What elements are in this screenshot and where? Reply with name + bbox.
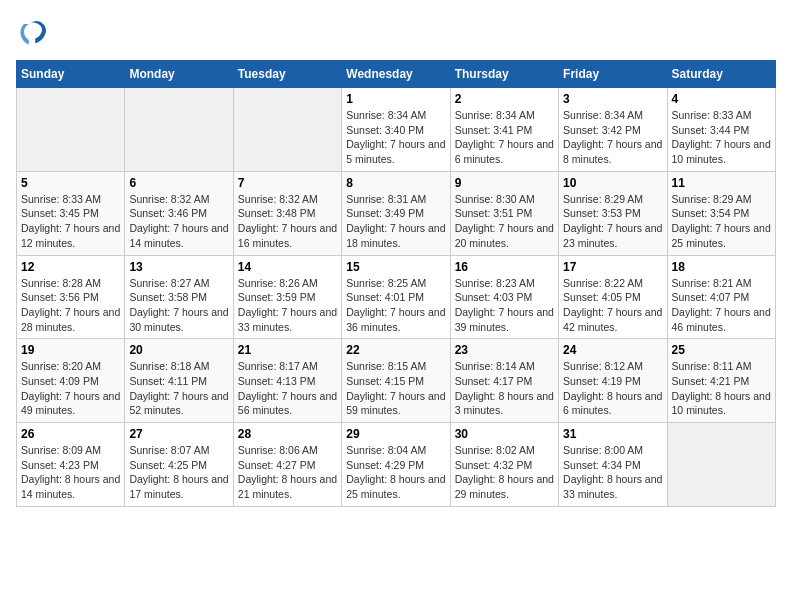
day-info: Sunrise: 8:23 AMSunset: 4:03 PMDaylight:… [455, 276, 554, 335]
day-number: 27 [129, 427, 228, 441]
calendar-cell: 8Sunrise: 8:31 AMSunset: 3:49 PMDaylight… [342, 171, 450, 255]
day-info: Sunrise: 8:21 AMSunset: 4:07 PMDaylight:… [672, 276, 771, 335]
calendar-cell: 2Sunrise: 8:34 AMSunset: 3:41 PMDaylight… [450, 88, 558, 172]
calendar-cell: 20Sunrise: 8:18 AMSunset: 4:11 PMDayligh… [125, 339, 233, 423]
day-number: 24 [563, 343, 662, 357]
calendar-week-1: 1Sunrise: 8:34 AMSunset: 3:40 PMDaylight… [17, 88, 776, 172]
day-number: 12 [21, 260, 120, 274]
calendar-body: 1Sunrise: 8:34 AMSunset: 3:40 PMDaylight… [17, 88, 776, 507]
day-info: Sunrise: 8:29 AMSunset: 3:54 PMDaylight:… [672, 192, 771, 251]
header-day-monday: Monday [125, 61, 233, 88]
calendar-cell: 7Sunrise: 8:32 AMSunset: 3:48 PMDaylight… [233, 171, 341, 255]
day-number: 7 [238, 176, 337, 190]
logo-icon [16, 16, 48, 48]
calendar-cell: 30Sunrise: 8:02 AMSunset: 4:32 PMDayligh… [450, 423, 558, 507]
calendar-cell: 11Sunrise: 8:29 AMSunset: 3:54 PMDayligh… [667, 171, 775, 255]
day-number: 19 [21, 343, 120, 357]
calendar-cell: 21Sunrise: 8:17 AMSunset: 4:13 PMDayligh… [233, 339, 341, 423]
day-info: Sunrise: 8:29 AMSunset: 3:53 PMDaylight:… [563, 192, 662, 251]
day-info: Sunrise: 8:09 AMSunset: 4:23 PMDaylight:… [21, 443, 120, 502]
day-info: Sunrise: 8:32 AMSunset: 3:48 PMDaylight:… [238, 192, 337, 251]
calendar-week-3: 12Sunrise: 8:28 AMSunset: 3:56 PMDayligh… [17, 255, 776, 339]
calendar-week-5: 26Sunrise: 8:09 AMSunset: 4:23 PMDayligh… [17, 423, 776, 507]
day-info: Sunrise: 8:25 AMSunset: 4:01 PMDaylight:… [346, 276, 445, 335]
day-info: Sunrise: 8:18 AMSunset: 4:11 PMDaylight:… [129, 359, 228, 418]
day-number: 30 [455, 427, 554, 441]
day-info: Sunrise: 8:33 AMSunset: 3:45 PMDaylight:… [21, 192, 120, 251]
calendar-cell: 28Sunrise: 8:06 AMSunset: 4:27 PMDayligh… [233, 423, 341, 507]
calendar-cell: 19Sunrise: 8:20 AMSunset: 4:09 PMDayligh… [17, 339, 125, 423]
day-number: 18 [672, 260, 771, 274]
calendar-cell: 5Sunrise: 8:33 AMSunset: 3:45 PMDaylight… [17, 171, 125, 255]
day-info: Sunrise: 8:34 AMSunset: 3:40 PMDaylight:… [346, 108, 445, 167]
calendar-cell: 24Sunrise: 8:12 AMSunset: 4:19 PMDayligh… [559, 339, 667, 423]
calendar-cell [667, 423, 775, 507]
calendar-cell: 4Sunrise: 8:33 AMSunset: 3:44 PMDaylight… [667, 88, 775, 172]
day-number: 14 [238, 260, 337, 274]
calendar-cell: 18Sunrise: 8:21 AMSunset: 4:07 PMDayligh… [667, 255, 775, 339]
day-number: 16 [455, 260, 554, 274]
day-number: 3 [563, 92, 662, 106]
day-number: 1 [346, 92, 445, 106]
calendar-cell [125, 88, 233, 172]
day-info: Sunrise: 8:30 AMSunset: 3:51 PMDaylight:… [455, 192, 554, 251]
calendar-cell: 14Sunrise: 8:26 AMSunset: 3:59 PMDayligh… [233, 255, 341, 339]
calendar-cell: 22Sunrise: 8:15 AMSunset: 4:15 PMDayligh… [342, 339, 450, 423]
calendar-cell [233, 88, 341, 172]
day-info: Sunrise: 8:31 AMSunset: 3:49 PMDaylight:… [346, 192, 445, 251]
day-number: 13 [129, 260, 228, 274]
day-info: Sunrise: 8:34 AMSunset: 3:41 PMDaylight:… [455, 108, 554, 167]
day-info: Sunrise: 8:33 AMSunset: 3:44 PMDaylight:… [672, 108, 771, 167]
day-info: Sunrise: 8:34 AMSunset: 3:42 PMDaylight:… [563, 108, 662, 167]
day-number: 28 [238, 427, 337, 441]
day-number: 11 [672, 176, 771, 190]
header-day-thursday: Thursday [450, 61, 558, 88]
calendar-cell: 15Sunrise: 8:25 AMSunset: 4:01 PMDayligh… [342, 255, 450, 339]
day-info: Sunrise: 8:07 AMSunset: 4:25 PMDaylight:… [129, 443, 228, 502]
day-number: 6 [129, 176, 228, 190]
calendar-week-2: 5Sunrise: 8:33 AMSunset: 3:45 PMDaylight… [17, 171, 776, 255]
day-number: 22 [346, 343, 445, 357]
day-info: Sunrise: 8:11 AMSunset: 4:21 PMDaylight:… [672, 359, 771, 418]
day-info: Sunrise: 8:04 AMSunset: 4:29 PMDaylight:… [346, 443, 445, 502]
day-info: Sunrise: 8:15 AMSunset: 4:15 PMDaylight:… [346, 359, 445, 418]
day-number: 29 [346, 427, 445, 441]
day-number: 4 [672, 92, 771, 106]
calendar-cell: 29Sunrise: 8:04 AMSunset: 4:29 PMDayligh… [342, 423, 450, 507]
calendar-cell: 17Sunrise: 8:22 AMSunset: 4:05 PMDayligh… [559, 255, 667, 339]
day-number: 25 [672, 343, 771, 357]
calendar-cell: 10Sunrise: 8:29 AMSunset: 3:53 PMDayligh… [559, 171, 667, 255]
calendar-cell: 23Sunrise: 8:14 AMSunset: 4:17 PMDayligh… [450, 339, 558, 423]
day-info: Sunrise: 8:32 AMSunset: 3:46 PMDaylight:… [129, 192, 228, 251]
header-day-wednesday: Wednesday [342, 61, 450, 88]
day-number: 26 [21, 427, 120, 441]
day-info: Sunrise: 8:14 AMSunset: 4:17 PMDaylight:… [455, 359, 554, 418]
calendar-cell: 27Sunrise: 8:07 AMSunset: 4:25 PMDayligh… [125, 423, 233, 507]
day-number: 21 [238, 343, 337, 357]
header-day-sunday: Sunday [17, 61, 125, 88]
calendar-cell: 9Sunrise: 8:30 AMSunset: 3:51 PMDaylight… [450, 171, 558, 255]
day-number: 2 [455, 92, 554, 106]
calendar-cell: 3Sunrise: 8:34 AMSunset: 3:42 PMDaylight… [559, 88, 667, 172]
day-info: Sunrise: 8:28 AMSunset: 3:56 PMDaylight:… [21, 276, 120, 335]
day-number: 9 [455, 176, 554, 190]
logo [16, 16, 54, 48]
day-number: 5 [21, 176, 120, 190]
calendar-table: SundayMondayTuesdayWednesdayThursdayFrid… [16, 60, 776, 507]
day-info: Sunrise: 8:27 AMSunset: 3:58 PMDaylight:… [129, 276, 228, 335]
day-info: Sunrise: 8:22 AMSunset: 4:05 PMDaylight:… [563, 276, 662, 335]
day-info: Sunrise: 8:12 AMSunset: 4:19 PMDaylight:… [563, 359, 662, 418]
page-header [16, 16, 776, 48]
calendar-cell: 6Sunrise: 8:32 AMSunset: 3:46 PMDaylight… [125, 171, 233, 255]
day-number: 15 [346, 260, 445, 274]
day-number: 23 [455, 343, 554, 357]
calendar-cell: 13Sunrise: 8:27 AMSunset: 3:58 PMDayligh… [125, 255, 233, 339]
day-info: Sunrise: 8:06 AMSunset: 4:27 PMDaylight:… [238, 443, 337, 502]
header-day-saturday: Saturday [667, 61, 775, 88]
header-row: SundayMondayTuesdayWednesdayThursdayFrid… [17, 61, 776, 88]
calendar-cell: 31Sunrise: 8:00 AMSunset: 4:34 PMDayligh… [559, 423, 667, 507]
day-number: 20 [129, 343, 228, 357]
header-day-tuesday: Tuesday [233, 61, 341, 88]
calendar-cell: 16Sunrise: 8:23 AMSunset: 4:03 PMDayligh… [450, 255, 558, 339]
calendar-header: SundayMondayTuesdayWednesdayThursdayFrid… [17, 61, 776, 88]
